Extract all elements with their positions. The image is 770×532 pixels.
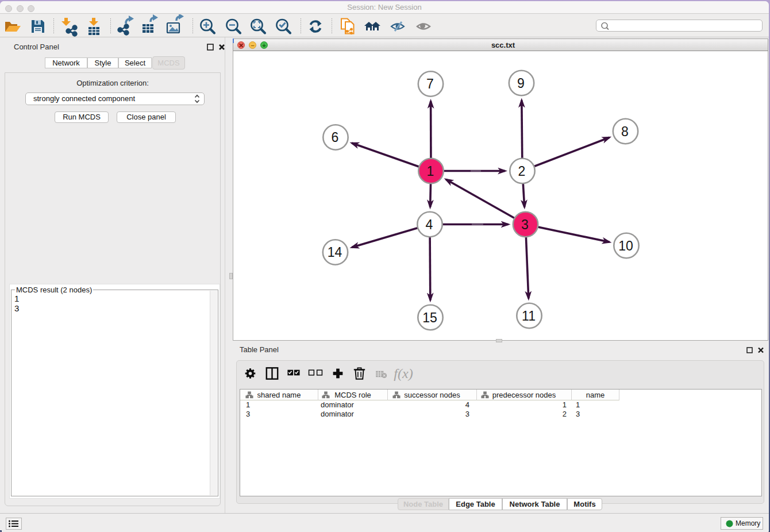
svg-text:f(x): f(x): [394, 366, 413, 381]
svg-text:14: 14: [328, 245, 342, 260]
svg-text:11: 11: [522, 309, 536, 323]
svg-text:7: 7: [426, 76, 434, 91]
svg-text:8: 8: [621, 124, 629, 139]
svg-text:9: 9: [517, 76, 525, 91]
svg-text:10: 10: [618, 238, 633, 253]
svg-text:4: 4: [426, 217, 433, 232]
svg-text:2: 2: [518, 164, 526, 179]
svg-text:6: 6: [332, 130, 339, 145]
svg-text:15: 15: [422, 310, 437, 325]
svg-text:3: 3: [521, 217, 529, 232]
svg-text:1: 1: [427, 164, 434, 179]
